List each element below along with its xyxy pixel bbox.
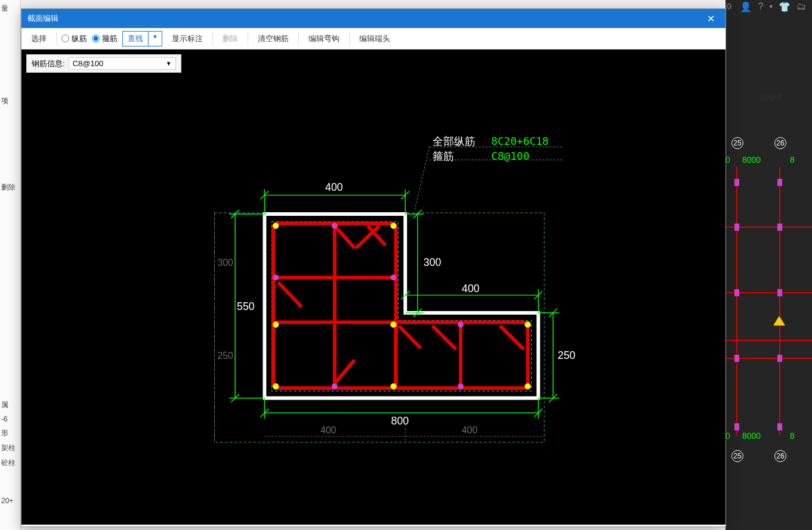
line-mode-dropdown[interactable]: 直线 ▼ — [122, 31, 162, 47]
edit-end-button[interactable]: 编辑端头 — [354, 32, 395, 46]
dim-r400: 400 — [462, 283, 480, 295]
left-item: 项 — [0, 94, 20, 109]
svg-line-10 — [335, 226, 355, 249]
section-canvas[interactable]: 全部纵筋 8C20+6C18 箍筋 C8@100 — [21, 78, 725, 525]
separator — [298, 32, 299, 45]
left-item: 20+ — [0, 494, 20, 507]
span-dim: 8 — [790, 155, 795, 165]
node-icon — [734, 355, 739, 362]
longitudinal-radio-input[interactable] — [61, 35, 69, 42]
node-icon — [777, 179, 782, 186]
svg-point-18 — [273, 223, 279, 229]
separator — [212, 32, 213, 45]
svg-point-20 — [391, 223, 397, 229]
left-item: 属 — [0, 398, 20, 413]
dim-l250: 250 — [217, 351, 233, 361]
span-dim: 8000 — [742, 431, 761, 441]
annot-long-value: 8C20+6C18 — [491, 135, 548, 147]
dim-r300: 300 — [424, 256, 441, 268]
annot-stirrup-label: 箍筋 — [433, 150, 454, 162]
svg-point-27 — [273, 383, 279, 389]
dim-b400a: 400 — [320, 425, 336, 435]
grid-vline — [736, 167, 737, 435]
dim-b400b: 400 — [462, 425, 478, 435]
dim-b800: 800 — [391, 415, 409, 427]
axis-bubble: 26 — [774, 137, 786, 149]
shirt-icon[interactable]: 👕 — [779, 1, 791, 13]
svg-line-15 — [433, 326, 456, 349]
chevron-down-icon[interactable]: ▼ — [149, 32, 162, 46]
svg-point-25 — [458, 322, 464, 328]
rebars — [273, 223, 530, 389]
node-icon — [734, 289, 739, 296]
section-drawing: 全部纵筋 8C20+6C18 箍筋 C8@100 — [21, 78, 725, 525]
svg-point-28 — [332, 383, 338, 389]
rebar-info-value: C8@100 — [73, 59, 104, 68]
svg-point-24 — [391, 322, 397, 328]
svg-line-12 — [278, 282, 301, 306]
stirrup-label: 箍筋 — [102, 33, 118, 44]
svg-point-29 — [391, 383, 397, 389]
left-item: 砼柱 — [0, 455, 20, 470]
stirrups — [273, 224, 527, 388]
dialog-title: 截面编辑 — [27, 13, 58, 24]
clear-rebar-button[interactable]: 清空钢筋 — [253, 32, 294, 46]
axis-bubble: 25 — [731, 137, 743, 149]
edit-again-label: 次编辑 — [759, 92, 782, 103]
dim-r250: 250 — [558, 349, 576, 361]
close-icon[interactable]: ✕ — [702, 13, 720, 24]
span-dim: 8 — [790, 431, 795, 441]
rebar-info-group: 钢筋信息: C8@100 ▼ — [26, 54, 181, 73]
show-label-button[interactable]: 显示标注 — [167, 32, 208, 46]
longitudinal-label: 纵筋 — [72, 33, 87, 44]
app-top-icons: ⛭ 👤 ? • 👕 🗂 — [724, 1, 806, 13]
node-icon — [777, 289, 782, 296]
svg-point-22 — [391, 275, 397, 281]
svg-point-30 — [458, 383, 464, 389]
node-icon — [734, 423, 739, 430]
edit-hook-button[interactable]: 编辑弯钩 — [304, 32, 344, 46]
dialog-titlebar[interactable]: 截面编辑 ✕ — [21, 9, 725, 28]
left-item: 删除 — [0, 180, 20, 195]
dim-top: 400 — [325, 181, 343, 193]
left-item: 形 — [0, 426, 20, 441]
left-item: -6 — [0, 413, 20, 426]
delete-button[interactable]: 删除 — [218, 32, 243, 46]
marker-icon — [773, 316, 785, 326]
select-button[interactable]: 选择 — [26, 32, 51, 46]
background-viewport: 25 26 0 8000 8 0 8000 8 25 26 — [725, 0, 812, 530]
user-icon[interactable]: 👤 — [740, 1, 752, 13]
stirrup-radio-input[interactable] — [92, 35, 100, 42]
left-item: 架柱 — [0, 441, 20, 455]
node-icon — [734, 224, 739, 231]
stirrup-radio[interactable]: 箍筋 — [92, 33, 118, 44]
svg-point-19 — [332, 223, 338, 229]
svg-point-23 — [273, 322, 279, 328]
left-panel-strip: 量 项 删除 属 -6 形 架柱 砼柱 20+ — [0, 0, 21, 530]
axis-bubble: 25 — [731, 450, 743, 462]
dot-icon[interactable]: • — [769, 1, 773, 13]
folder-icon[interactable]: 🗂 — [796, 1, 806, 13]
grid-vline — [779, 167, 780, 435]
svg-rect-5 — [273, 323, 527, 389]
help-icon[interactable]: ? — [758, 1, 763, 13]
svg-line-0 — [415, 147, 430, 210]
info-bar: 钢筋信息: C8@100 ▼ — [21, 49, 725, 78]
span-dim: 0 — [725, 431, 730, 441]
svg-point-21 — [273, 275, 279, 281]
node-icon — [777, 423, 782, 430]
svg-line-14 — [335, 360, 355, 383]
longitudinal-radio[interactable]: 纵筋 — [61, 33, 87, 44]
node-icon — [777, 355, 782, 362]
separator — [349, 32, 350, 45]
svg-point-31 — [525, 383, 531, 389]
svg-point-26 — [525, 322, 531, 328]
dialog-toolbar: 选择 纵筋 箍筋 直线 ▼ 显示标注 删除 清空钢筋 编辑弯钩 编辑端头 — [21, 28, 725, 49]
rebar-info-combo[interactable]: C8@100 ▼ — [69, 57, 176, 70]
chevron-down-icon: ▼ — [166, 60, 172, 67]
node-icon — [777, 224, 782, 231]
span-dim: 8000 — [742, 155, 761, 165]
dim-l550: 550 — [237, 300, 255, 312]
dim-l300: 300 — [217, 258, 233, 268]
separator — [56, 32, 57, 45]
